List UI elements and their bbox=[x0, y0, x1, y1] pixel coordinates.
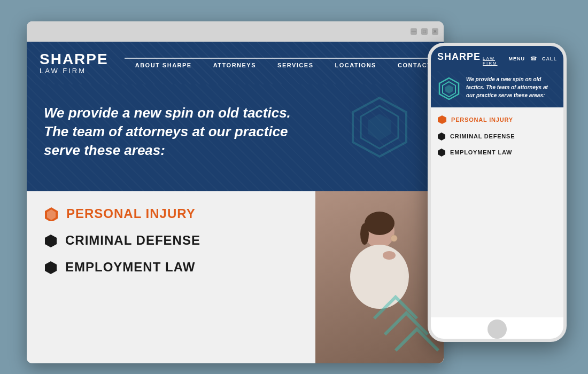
site-header: SHARPE LAW FIRM ABOUT SHARPE ATTORNEYS S… bbox=[27, 42, 444, 84]
mobile-nav-actions: MENU ☎ CALL bbox=[509, 56, 558, 61]
practice-section: PERSONAL INJURY CRIMINAL DEFENSE bbox=[27, 191, 444, 363]
site-wrapper: SHARPE LAW FIRM ABOUT SHARPE ATTORNEYS S… bbox=[27, 42, 444, 363]
site-logo-name: SHARPE bbox=[40, 52, 109, 67]
photo-panel bbox=[315, 191, 444, 363]
desktop-nav: ABOUT SHARPE ATTORNEYS SERVICES LOCATION… bbox=[125, 58, 443, 68]
mobile-hero-text: We provide a new spin on old tactics. Th… bbox=[466, 75, 557, 99]
personal-injury-icon bbox=[44, 206, 59, 221]
mobile-hero-section: We provide a new spin on old tactics. Th… bbox=[431, 71, 563, 107]
desktop-browser: — □ ✕ SHARPE LAW FIRM ABOUT SHARPE ATTOR… bbox=[27, 21, 444, 363]
employment-law-label: EMPLOYMENT LAW bbox=[65, 260, 195, 275]
mobile-content: SHARPE LAW FIRM MENU ☎ CALL bbox=[431, 46, 563, 317]
maximize-button[interactable]: □ bbox=[421, 28, 428, 35]
mobile-practice-personal-injury: PERSONAL INJURY bbox=[437, 115, 557, 124]
mobile-logo-block: SHARPE LAW FIRM bbox=[437, 51, 509, 66]
practice-list: PERSONAL INJURY CRIMINAL DEFENSE bbox=[27, 191, 315, 363]
practice-item-employment-law: EMPLOYMENT LAW bbox=[44, 260, 298, 275]
criminal-defense-icon bbox=[44, 233, 58, 247]
mobile-browser: SHARPE LAW FIRM MENU ☎ CALL bbox=[428, 43, 567, 342]
mobile-call-icon: ☎ bbox=[530, 56, 537, 61]
mobile-criminal-defense-label: CRIMINAL DEFENSE bbox=[450, 133, 515, 139]
hex-decoration-icon bbox=[347, 95, 412, 159]
browser-content: SHARPE LAW FIRM ABOUT SHARPE ATTORNEYS S… bbox=[27, 42, 444, 363]
practice-item-criminal-defense: CRIMINAL DEFENSE bbox=[44, 233, 298, 248]
minimize-button[interactable]: — bbox=[411, 28, 417, 35]
personal-injury-label: PERSONAL INJURY bbox=[66, 206, 196, 221]
nav-attorneys[interactable]: ATTORNEYS bbox=[203, 58, 267, 68]
browser-chrome: — □ ✕ bbox=[27, 21, 444, 42]
mobile-employment-law-icon bbox=[437, 148, 446, 157]
mobile-personal-injury-icon bbox=[437, 115, 447, 124]
svg-point-11 bbox=[360, 223, 369, 245]
mobile-criminal-defense-icon bbox=[437, 132, 446, 141]
mobile-practice-section: PERSONAL INJURY CRIMINAL DEFENSE EMPLOYM… bbox=[431, 107, 563, 317]
svg-marker-2 bbox=[368, 114, 391, 141]
mobile-menu-button[interactable]: MENU bbox=[509, 56, 525, 61]
svg-marker-19 bbox=[438, 149, 445, 157]
svg-marker-17 bbox=[438, 115, 446, 124]
nav-locations[interactable]: LOCATIONS bbox=[324, 58, 386, 68]
nav-services[interactable]: SERVICES bbox=[267, 58, 324, 68]
scene: — □ ✕ SHARPE LAW FIRM ABOUT SHARPE ATTOR… bbox=[11, 11, 577, 363]
mobile-practice-criminal-defense: CRIMINAL DEFENSE bbox=[437, 132, 557, 141]
close-button[interactable]: ✕ bbox=[432, 28, 438, 35]
svg-marker-6 bbox=[45, 261, 57, 274]
practice-item-personal-injury: PERSONAL INJURY bbox=[44, 206, 298, 221]
mobile-logo-sub: LAW FIRM bbox=[483, 56, 508, 66]
mobile-call-button[interactable]: CALL bbox=[542, 56, 557, 61]
logo-block: SHARPE LAW FIRM bbox=[40, 52, 109, 75]
mobile-personal-injury-label: PERSONAL INJURY bbox=[451, 116, 513, 123]
mobile-employment-law-label: EMPLOYMENT LAW bbox=[450, 149, 512, 155]
mobile-hex-svg bbox=[437, 76, 461, 100]
svg-point-10 bbox=[365, 212, 394, 235]
hero-text: We provide a new spin on old tactics. Th… bbox=[44, 104, 300, 160]
site-hero: We provide a new spin on old tactics. Th… bbox=[27, 84, 444, 191]
svg-point-12 bbox=[391, 235, 397, 241]
criminal-defense-label: CRIMINAL DEFENSE bbox=[65, 233, 200, 248]
mobile-logo-name: SHARPE bbox=[437, 51, 481, 63]
mobile-hex-logo-icon bbox=[437, 76, 461, 102]
nav-about[interactable]: ABOUT SHARPE bbox=[125, 58, 203, 68]
mobile-practice-employment-law: EMPLOYMENT LAW bbox=[437, 148, 557, 157]
mobile-header: SHARPE LAW FIRM MENU ☎ CALL bbox=[431, 46, 563, 71]
svg-marker-18 bbox=[438, 133, 445, 141]
employment-law-icon bbox=[44, 260, 58, 274]
mobile-home-button[interactable] bbox=[488, 320, 507, 339]
svg-marker-16 bbox=[445, 85, 453, 94]
svg-marker-5 bbox=[45, 235, 57, 247]
svg-point-13 bbox=[383, 251, 396, 260]
site-logo-sub: LAW FIRM bbox=[40, 67, 109, 75]
